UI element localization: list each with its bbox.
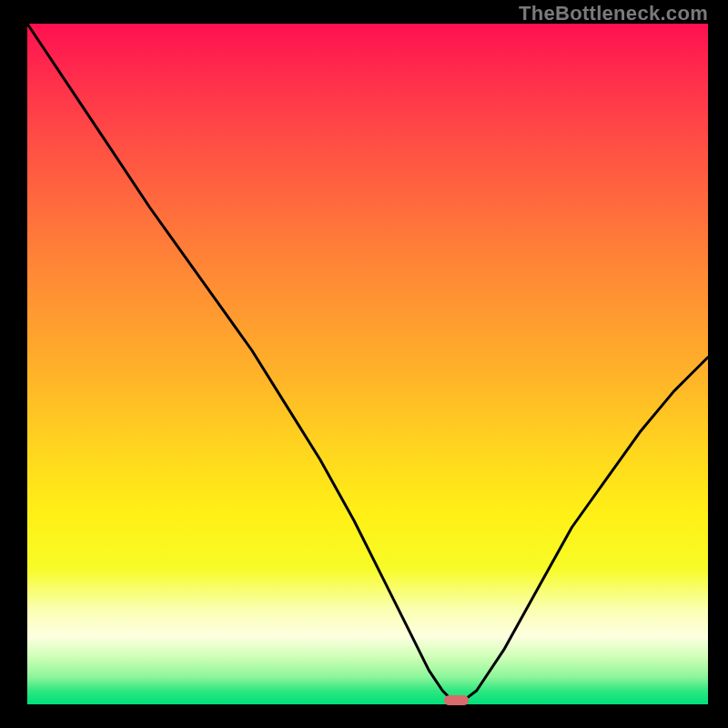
plot-area xyxy=(27,24,708,704)
watermark-text: TheBottleneck.com xyxy=(519,2,708,25)
bottleneck-curve xyxy=(27,24,708,704)
curve-path xyxy=(27,24,708,701)
chart-stage: TheBottleneck.com xyxy=(0,0,728,728)
min-marker xyxy=(444,695,469,704)
